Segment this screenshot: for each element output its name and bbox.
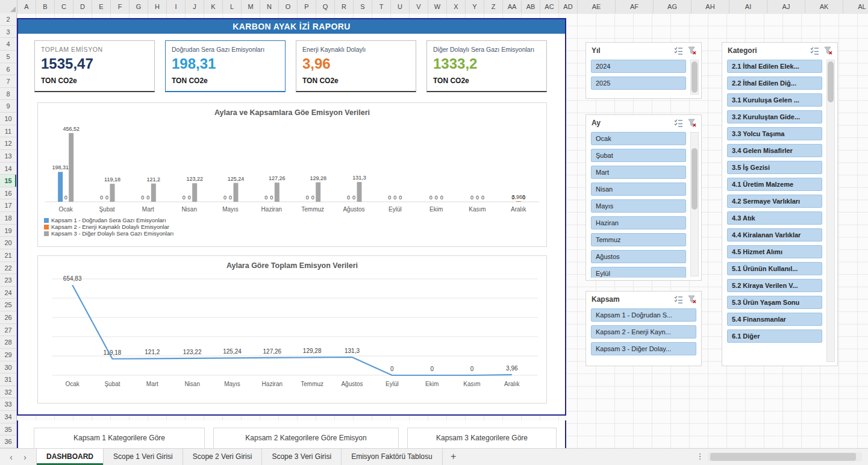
row-header[interactable]: 11 — [0, 125, 16, 138]
slicer-item[interactable]: 6.1 Diğer — [727, 329, 822, 343]
row-header[interactable]: 19 — [0, 225, 16, 237]
row-header[interactable]: 31 — [0, 373, 16, 386]
sheet-tab-scope-1-veri-girisi[interactable]: Scope 1 Veri Girisi — [104, 449, 183, 465]
multiselect-icon[interactable] — [673, 294, 684, 305]
slicer-scrollbar[interactable] — [690, 132, 699, 276]
clear-filter-icon[interactable] — [687, 294, 698, 305]
kpi-card[interactable]: Doğrudan Sera Gazı Emisyonları198,31TON … — [165, 40, 286, 92]
column-header[interactable]: AG — [654, 0, 692, 13]
slicer-item[interactable]: 5.1 Ürünün Kullanıl... — [727, 262, 822, 275]
line-chart[interactable]: Aylara Göre Toplam Emisyon Verileri Ocak… — [37, 255, 547, 404]
tab-nav-left-icon[interactable]: ‹ — [10, 452, 13, 462]
column-header[interactable]: S — [354, 0, 372, 13]
row-header[interactable]: 17 — [0, 199, 16, 212]
row-header[interactable]: 2 — [0, 13, 16, 26]
slicer-item[interactable]: 4.2 Sermaye Varlıkları — [727, 195, 822, 208]
row-header[interactable]: 33 — [0, 398, 16, 411]
row-header[interactable]: 32 — [0, 386, 16, 399]
row-header[interactable]: 13 — [0, 150, 16, 163]
sheet-area[interactable]: 2345678910111213141516171819202122232425… — [0, 13, 868, 448]
tab-nav-right-icon[interactable]: › — [23, 452, 27, 462]
column-header[interactable]: V — [410, 0, 428, 13]
row-header[interactable]: 9 — [0, 100, 16, 113]
column-header[interactable]: E — [92, 0, 111, 13]
column-header[interactable]: A — [17, 0, 36, 13]
row-header[interactable]: 12 — [0, 137, 16, 150]
row-header[interactable]: 36 — [0, 435, 16, 448]
column-header[interactable]: C — [55, 0, 73, 13]
select-all-corner[interactable] — [0, 0, 17, 13]
column-header[interactable]: B — [36, 0, 55, 13]
clear-filter-icon[interactable] — [687, 45, 698, 56]
column-header[interactable]: H — [148, 0, 167, 13]
row-header[interactable]: 26 — [0, 311, 16, 324]
row-header[interactable]: 29 — [0, 349, 16, 361]
kebab-menu-icon[interactable]: ⋮ — [692, 449, 708, 465]
slicer-item[interactable]: 2024 — [591, 60, 686, 73]
bar-chart[interactable]: Aylara ve Kapsamlara Göe Emisyon Veriler… — [37, 102, 547, 247]
row-header[interactable]: 30 — [0, 361, 16, 374]
column-header[interactable]: AE — [578, 0, 616, 13]
column-header[interactable]: AI — [729, 0, 767, 13]
multiselect-icon[interactable] — [809, 45, 820, 56]
column-header[interactable]: AJ — [767, 0, 805, 13]
row-header[interactable]: 8 — [0, 88, 16, 101]
column-header[interactable]: Q — [316, 0, 335, 13]
row-header[interactable]: 7 — [0, 75, 16, 88]
multiselect-icon[interactable] — [673, 45, 684, 56]
slicer-item[interactable]: Kapsam 3 - Diğer Dolay... — [591, 342, 696, 355]
slicer-item[interactable]: Eylül — [591, 267, 686, 278]
slicer-item[interactable]: 5.3 Ürün Yaşam Sonu — [727, 296, 822, 309]
scrollbar-thumb[interactable] — [692, 61, 698, 93]
kpi-card[interactable]: TOPLAM EMİSYON1535,47TON CO2e — [34, 40, 155, 92]
slicer-item[interactable]: Kapsam 1 - Doğrudan S... — [591, 308, 696, 322]
kpi-card[interactable]: Diğer Dolaylı Sera Gazı Emisyonları1333,… — [426, 40, 547, 92]
slicer-item[interactable]: Ağustos — [591, 250, 686, 263]
column-header[interactable]: L — [223, 0, 242, 13]
sheet-tab-emisyon-faktörü-tablosu[interactable]: Emisyon Faktörü Tablosu — [342, 449, 443, 465]
kpi-card[interactable]: Enerji Kaynaklı Dolaylı3,96TON CO2e — [296, 40, 416, 92]
row-header[interactable]: 18 — [0, 212, 16, 225]
slicer-item[interactable]: 3.3 Yolcu Taşıma — [727, 127, 822, 140]
slicer-item[interactable]: Mart — [591, 166, 686, 179]
column-header[interactable]: I — [167, 0, 186, 13]
slicer-item[interactable]: 2.1 İthal Edilen Elek... — [727, 60, 822, 73]
column-header[interactable]: Z — [484, 0, 503, 13]
row-header[interactable]: 5 — [0, 51, 16, 63]
row-header[interactable]: 21 — [0, 249, 16, 262]
slicer-item[interactable]: 3.4 Gelen Misafirler — [727, 144, 822, 157]
row-header[interactable]: 16 — [0, 187, 16, 200]
scrollbar-thumb[interactable] — [692, 148, 698, 210]
column-header[interactable]: AF — [616, 0, 654, 13]
row-header[interactable]: 22 — [0, 262, 16, 275]
row-header[interactable]: 24 — [0, 287, 16, 299]
column-header[interactable]: F — [111, 0, 130, 13]
slicer-item[interactable]: 3.2 Kuruluştan Gide... — [727, 110, 822, 123]
slicer-item[interactable]: 2.2 İthal Edilen Diğ... — [727, 76, 822, 90]
sheet-tab-dashboard[interactable]: DASHBOARD — [36, 449, 104, 465]
sheet-tab-scope-2-veri-girisi[interactable]: Scope 2 Veri Girisi — [183, 449, 263, 465]
multiselect-icon[interactable] — [673, 117, 684, 128]
slicer-item[interactable]: 3.5 İş Gezisi — [727, 161, 822, 174]
row-header[interactable]: 15 — [0, 175, 16, 187]
column-header[interactable]: M — [242, 0, 260, 13]
column-header[interactable]: AC — [540, 0, 559, 13]
scrollbar-thumb[interactable] — [828, 61, 834, 102]
row-header[interactable]: 14 — [0, 163, 16, 175]
slicer-item[interactable]: 5.4 Finansmanlar — [727, 313, 822, 326]
column-header[interactable]: K — [204, 0, 223, 13]
horizontal-scrollbar[interactable] — [708, 452, 862, 461]
slicer-item[interactable]: 4.4 Kiralanan Varlıklar — [727, 228, 822, 242]
slicer-item[interactable]: Şubat — [591, 149, 686, 162]
slicer-item[interactable]: Nisan — [591, 183, 686, 196]
row-header[interactable]: 20 — [0, 237, 16, 249]
row-header[interactable]: 35 — [0, 423, 16, 436]
row-header[interactable]: 28 — [0, 336, 16, 349]
column-header[interactable]: N — [260, 0, 279, 13]
clear-filter-icon[interactable] — [823, 45, 834, 56]
column-header[interactable]: W — [428, 0, 447, 13]
row-header[interactable]: 10 — [0, 113, 16, 125]
column-header[interactable]: J — [186, 0, 204, 13]
row-header[interactable]: 27 — [0, 324, 16, 337]
slicer-item[interactable]: 4.1 Üretim Malzeme — [727, 178, 822, 191]
